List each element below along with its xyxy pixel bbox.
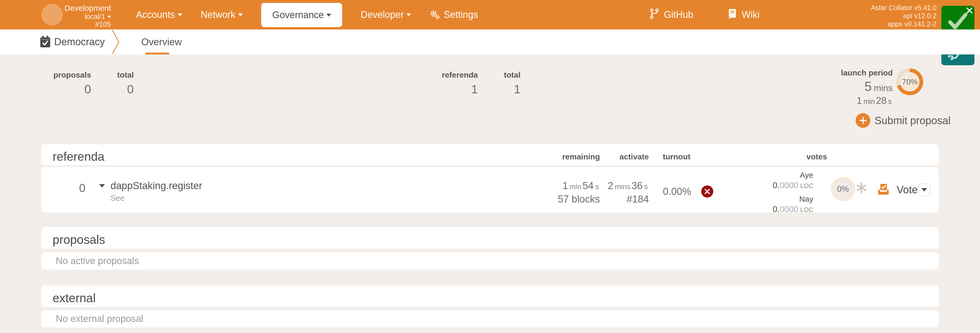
- referenda-table-header: referenda remaining activate turnout vot…: [41, 144, 939, 165]
- nav-item-settings[interactable]: Settings: [430, 9, 478, 20]
- endpoint-label: local/1: [85, 13, 105, 21]
- stat-proposals-total: total 0: [117, 70, 134, 96]
- node-version-info: Astar Collator v5.41.0 api v12.0.2 apps …: [871, 4, 937, 29]
- stat-proposals: proposals 0: [53, 70, 91, 96]
- tab-overview[interactable]: Overview: [141, 37, 182, 48]
- column-header-activate: activate: [619, 152, 649, 161]
- summary-referenda-group: referenda 1 total 1: [442, 70, 520, 96]
- ballot-box-icon: [877, 183, 890, 196]
- turnout-value: 0.00%: [663, 186, 691, 197]
- header-links: GitHub Wiki: [650, 0, 760, 29]
- votes-cell: Aye 0.0000LOC Nay 0.0000LOC: [773, 170, 813, 216]
- chevron-down-icon: [178, 13, 182, 16]
- external-section-header: external: [41, 285, 939, 307]
- section-tabs-bar: Democracy Overview: [0, 29, 980, 54]
- external-empty-message: No external proposal: [56, 313, 143, 324]
- proposals-section-title: proposals: [52, 233, 105, 247]
- nav-item-developer[interactable]: Developer: [361, 9, 411, 20]
- chevron-down-icon: [406, 13, 411, 16]
- nav-item-accounts[interactable]: Accounts: [136, 9, 182, 20]
- nav-item-governance-active[interactable]: Governance: [261, 3, 342, 27]
- chain-name: Development: [63, 4, 111, 13]
- vote-options-dropdown-button[interactable]: [918, 183, 931, 196]
- turnout-cell: 0.00%: [663, 185, 713, 198]
- proposals-section-header: proposals: [41, 227, 939, 249]
- launch-period-progress-ring: 70%: [896, 69, 923, 95]
- referendum-row: 0 dappStaking.register See 1min54s 57 bl…: [41, 167, 939, 212]
- referenda-section-title: referenda: [52, 150, 104, 164]
- chevron-down-icon: [326, 14, 331, 17]
- column-header-turnout: turnout: [663, 152, 690, 161]
- app-header: Development local/1 #105 Accounts Networ…: [0, 0, 980, 29]
- stat-referenda: referenda 1: [442, 70, 478, 96]
- democracy-overview-page: Development local/1 #105 Accounts Networ…: [0, 0, 980, 333]
- activate-cell: 2mins36s #184: [608, 180, 649, 205]
- submit-proposal-button[interactable]: Submit proposal: [856, 113, 951, 128]
- summary-proposals-group: proposals 0 total 0: [53, 70, 134, 96]
- book-icon: [727, 8, 737, 22]
- chevron-down-icon: [921, 188, 927, 191]
- call-description: See: [110, 194, 202, 202]
- launch-period-progress-label: 70%: [896, 69, 923, 95]
- proposals-empty-row: No active proposals: [41, 252, 939, 269]
- github-link[interactable]: GitHub: [650, 8, 693, 22]
- nav-item-network[interactable]: Network: [201, 9, 243, 20]
- breadcrumb-section[interactable]: Democracy: [54, 36, 105, 48]
- chevron-down-icon: [238, 13, 243, 16]
- vote-button[interactable]: Vote: [877, 183, 918, 196]
- proposals-empty-message: No active proposals: [56, 255, 139, 266]
- external-empty-row: No external proposal: [41, 310, 939, 327]
- external-section-title: external: [52, 291, 96, 305]
- asterisk-icon: [856, 182, 867, 194]
- call-method: dappStaking.register: [110, 180, 202, 191]
- gears-icon: [430, 10, 440, 20]
- chevron-right-separator-icon: [111, 29, 120, 56]
- row-expander-caret-icon[interactable]: [99, 188, 105, 192]
- wiki-link[interactable]: Wiki: [727, 8, 760, 22]
- referendum-index: 0: [70, 182, 86, 194]
- column-header-remaining: remaining: [562, 152, 600, 161]
- referendum-call: dappStaking.register See: [110, 180, 202, 202]
- remaining-cell: 1min54s 57 blocks: [558, 180, 600, 205]
- stat-referenda-total: total 1: [504, 70, 520, 96]
- calendar-check-icon: [40, 36, 51, 49]
- failing-status-icon: [701, 185, 713, 198]
- support-percent-badge: 0%: [831, 177, 855, 201]
- main-nav: Accounts Network Governance Developer: [136, 0, 478, 29]
- chevron-down-icon: [107, 16, 111, 18]
- code-branch-icon: [650, 8, 659, 22]
- best-block-number: #105: [63, 21, 111, 29]
- node-info[interactable]: Development local/1 #105: [63, 4, 111, 29]
- plus-icon: [856, 113, 870, 128]
- column-header-votes: votes: [807, 152, 827, 161]
- stat-launch-period: launch period 5mins 1min28s 70%: [810, 69, 923, 106]
- close-icon[interactable]: [966, 7, 973, 15]
- chain-logo-avatar[interactable]: [41, 4, 63, 25]
- active-tab-underline: [145, 53, 169, 54]
